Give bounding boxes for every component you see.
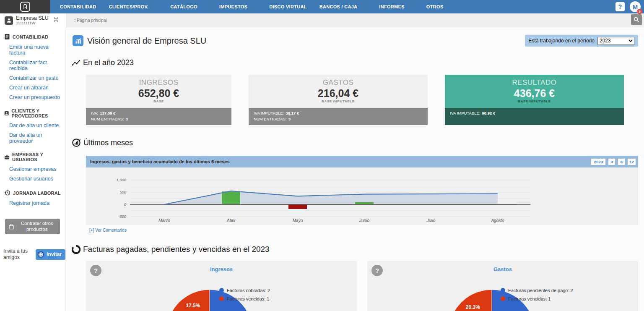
card-ingresos-footer: IVA:137,09 € NUM ENTRADAS:3 [86,108,231,125]
donut-icon [72,245,80,254]
card-resultado: RESULTADO 436,76 € BASE IMPUTABLE IVA IM… [445,75,624,125]
summary-cards: INGRESOS 652,80 € BASE IVA:137,09 € NUM … [86,75,638,125]
svg-text:-500: -500 [118,214,127,219]
panel-gastos: ? Gastos 20.3% Facturas pendientes de pa… [367,261,638,311]
year-section-title: En el año 2023 [72,58,134,67]
search-button[interactable] [631,14,642,25]
collapse-sidebar-icon[interactable] [53,16,59,24]
svg-text:20.3%: 20.3% [466,304,480,310]
sidebar-item-crear-albaran[interactable]: Crear un albarán [9,83,65,92]
card-resultado-name: RESULTADO [445,78,624,87]
avatar[interactable]: M 3 [630,1,641,12]
shopping-bag-icon [8,222,14,231]
card-ingresos: INGRESOS 652,80 € BASE IVA:137,09 € NUM … [86,75,231,125]
period-select[interactable]: 2023 [597,37,634,45]
period-label: Está trabajando en el período [529,38,595,44]
sidebar-item-gestionar-empresas[interactable]: Gestionar empresas [9,164,65,174]
trend-line-icon [72,59,80,66]
svg-text:Julio: Julio [426,218,436,223]
menu-disco-virtual[interactable]: DISCO VIRTUAL [263,0,313,13]
card-resultado-base-label: BASE IMPUTABLE [445,99,624,103]
card-gastos-footer: IVA IMPUTABLE:38,17 € NUM ENTRADAS:3 [249,108,428,125]
invite-row: Invita a tus amigos Invitar [3,248,65,261]
sidebar-item-gestionar-usuarios[interactable]: Gestionar usuarios [9,174,65,183]
app-logo[interactable] [0,0,50,13]
svg-text:Agosto: Agosto [491,218,504,223]
card-resultado-value: 436,76 € [445,87,624,99]
overview-chart-icon [73,35,83,46]
card-ingresos-value: 652,80 € [86,87,231,99]
months-chart-panel: Ingresos, gastos y beneficio acumulado d… [86,156,638,225]
card-gastos-value: 216,04 € [249,87,428,99]
legend-dot-blue [501,288,505,293]
svg-text:1,000: 1,000 [116,178,126,182]
svg-text:Marzo: Marzo [158,218,170,223]
legend-dot-blue [219,288,224,293]
company-info: Empresa SLU 11111111W [0,13,66,27]
panel-ingresos: ? Ingresos 17.5% Facturas cobradas: 2 Fa… [86,261,357,311]
company-id: 11111111W [16,21,49,25]
invite-button[interactable]: Invitar [36,249,65,260]
main-content: Visión general de Empresa SLU Está traba… [66,27,644,311]
range-button-2023[interactable]: 2023 [591,158,606,165]
company-icon [5,16,13,25]
months-section-title: Últimos meses [72,138,133,147]
view-comments-link[interactable]: [+] Ver Comentarios [89,228,127,233]
clock-history-icon [4,190,10,196]
svg-text:0: 0 [124,202,127,206]
invoice-panels: ? Ingresos 17.5% Facturas cobradas: 2 Fa… [86,261,638,311]
sidebar-item-alta-proveedor[interactable]: Dar de alta un proveedor [9,130,65,146]
months-chart: 1,0005000-500MarzoAbrilMayoJunioJulioAgo… [86,167,638,225]
months-chart-body: 1,0005000-500MarzoAbrilMayoJunioJulioAgo… [86,167,638,225]
card-ingresos-name: INGRESOS [86,78,231,87]
invite-text: Invita a tus amigos [3,248,31,261]
sidebar-item-crear-presupuesto[interactable]: Crear un presupuesto [9,92,65,102]
svg-text:Mayo: Mayo [293,218,303,223]
sidebar-item-contabilizar-gasto[interactable]: Contabilizar un gasto [9,73,65,83]
panel-ingresos-legend: Facturas cobradas: 2 Facturas vencidas: … [219,287,270,304]
document-icon [4,34,10,40]
range-button-3[interactable]: 3 [608,158,615,165]
sidebar-section-clientes: CLIENTES Y PROVEEDORES [4,108,65,118]
menu-contabilidad[interactable]: CONTABILIDAD [54,0,103,13]
sidebar-item-contabilizar-fact-recibida[interactable]: Contabilizar fact. recibida [9,57,65,73]
globe-icon [37,251,44,258]
range-button-6[interactable]: 6 [618,158,625,165]
topbar-right: ? M 3 [615,0,641,13]
menu-impuestos[interactable]: IMPUESTOS [213,0,254,13]
panel-gastos-legend: Facturas pendientes de pago: 2 Facturas … [501,287,573,304]
avatar-letter: M [633,3,638,10]
person-badge-icon [4,110,9,116]
menu-clientes-prov[interactable]: CLIENTES/PROV. [103,0,155,13]
months-chart-title: Ingresos, gastos y beneficio acumulado d… [90,159,591,164]
card-gastos: GASTOS 216,04 € BASE IMPUTABLE IVA IMPUT… [249,75,428,125]
menu-informes[interactable]: INFORMES [373,0,410,13]
help-icon[interactable]: ? [615,2,625,11]
sidebar-item-alta-cliente[interactable]: Dar de alta un cliente [9,120,65,130]
circle-bars-icon [72,138,81,147]
menu-otros[interactable]: OTROS [420,0,450,13]
card-resultado-footer: IVA IMPUTABLE:98,92 € [445,108,624,125]
breadcrumb: :: Página principal [73,13,107,27]
briefcase-icon [4,154,10,160]
svg-text:Junio: Junio [359,218,369,223]
search-icon [634,17,639,23]
sidebar: CONTABILIDAD Emitir una nueva factura Co… [0,27,66,311]
menu-catalogo[interactable]: CATÁLOGO [164,0,204,13]
sidebar-section-empresas: EMPRESAS Y USUARIOS [4,152,65,162]
svg-text:Abril: Abril [226,218,236,223]
period-selector: Está trabajando en el período 2023 [525,35,638,47]
months-chart-header: Ingresos, gastos y beneficio acumulado d… [86,156,638,167]
contract-products-button[interactable]: Contratar otros productos [5,219,60,234]
logo-icon [20,1,31,12]
svg-text:17.5%: 17.5% [186,303,200,308]
card-ingresos-base-label: BASE [86,99,231,103]
sidebar-item-registrar-jornada[interactable]: Registrar jornada [9,198,65,208]
menu-bancos-caja[interactable]: BANCOS / CAJA [313,0,364,13]
svg-text:500: 500 [119,190,127,194]
main-menu: CONTABILIDAD CLIENTES/PROV. CATÁLOGO IMP… [54,0,449,13]
sidebar-section-jornada: JORNADA LABORAL [4,190,65,196]
invoices-section-title: Facturas pagadas, pendientes y vencidas … [72,245,270,254]
range-button-12[interactable]: 12 [627,158,636,165]
sidebar-item-emitir-factura[interactable]: Emitir una nueva factura [9,42,65,57]
